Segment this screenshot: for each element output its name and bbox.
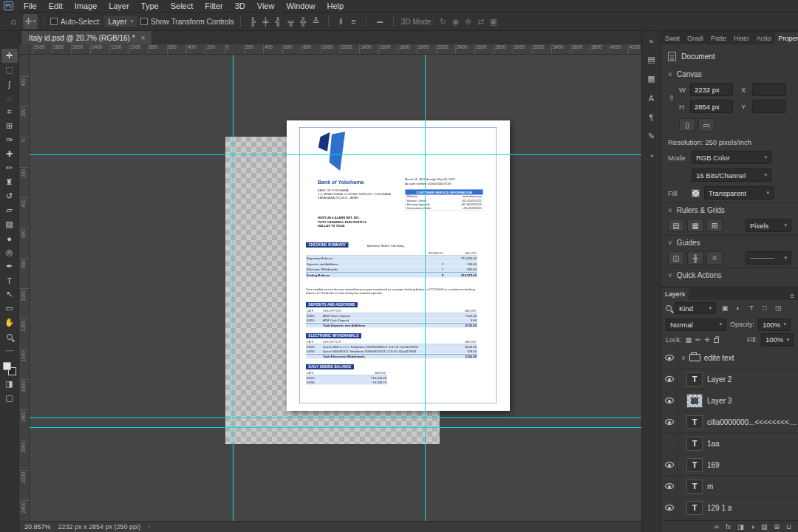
guides-section-header[interactable]: ∨ Guides xyxy=(668,239,791,247)
collapse-panels-icon[interactable]: « xyxy=(644,34,659,47)
document-tab[interactable]: Italy id.psd @ 20.7% (RGB/16) * × xyxy=(22,31,151,44)
delete-layer-icon[interactable]: ⊔ xyxy=(786,523,791,531)
panel-tab-swat[interactable]: Swat xyxy=(661,33,683,44)
lock-transparency-icon[interactable]: ▦ xyxy=(686,336,692,344)
layer-row[interactable]: Tm xyxy=(661,476,798,497)
menu-item-file[interactable]: File xyxy=(18,0,43,12)
brushes-panel-icon[interactable]: ✎ xyxy=(644,130,659,143)
lock-pixels-icon[interactable]: ✏ xyxy=(695,336,701,344)
hand-tool[interactable]: ✋ xyxy=(1,316,18,330)
layer-filter-kind-dropdown[interactable]: Kind ▾ xyxy=(675,302,716,314)
paragraph-panel-icon[interactable]: ¶ xyxy=(644,111,659,123)
quick-actions-section-header[interactable]: ∨ Quick Actions xyxy=(668,271,791,279)
canvas-section-header[interactable]: ∨ Canvas xyxy=(668,70,791,78)
guide-style-dropdown[interactable]: ———— ▾ xyxy=(746,251,791,265)
layer-row[interactable]: TLayer 2 xyxy=(661,369,798,390)
close-icon[interactable]: × xyxy=(141,34,146,42)
move-tool[interactable]: ✛ xyxy=(1,49,18,63)
layer-row[interactable]: Tcilla0000000...<<<<<<<<0 d xyxy=(661,412,798,433)
layer-fill-field[interactable]: 100% ▾ xyxy=(761,333,794,346)
color-panel-icon[interactable]: ▤ xyxy=(644,53,659,66)
align-bottom-icon[interactable]: ╩ xyxy=(310,15,322,28)
opacity-field[interactable]: 100% ▾ xyxy=(758,318,791,331)
align-center-h-icon[interactable]: ╪ xyxy=(259,15,272,28)
edit-toolbar-icon[interactable]: ⋯ xyxy=(1,344,18,358)
toggle-rulers-icon[interactable]: ▤ xyxy=(668,219,684,232)
menu-item-3d[interactable]: 3D xyxy=(229,0,251,12)
visibility-toggle[interactable] xyxy=(661,412,678,432)
eraser-tool[interactable]: ▱ xyxy=(1,203,18,217)
lock-position-icon[interactable]: ✛ xyxy=(705,336,711,344)
panel-menu-icon[interactable]: ≡ xyxy=(786,292,798,300)
pen-tool[interactable]: ✒ xyxy=(1,259,18,273)
path-selection-tool[interactable]: ↖ xyxy=(1,287,18,301)
menu-item-edit[interactable]: Edit xyxy=(43,0,69,12)
layer-row[interactable]: ∨edite text xyxy=(661,347,798,369)
distribute-vertical-icon[interactable]: ≡ xyxy=(347,15,360,28)
more-options-icon[interactable]: ••• xyxy=(372,14,387,29)
chevron-down-icon[interactable]: ∨ xyxy=(681,355,686,361)
panel-tab-actio[interactable]: Actio xyxy=(753,33,775,44)
tab-layers[interactable]: Layers xyxy=(661,288,689,300)
blur-tool[interactable]: ● xyxy=(1,231,18,245)
show-transform-checkbox[interactable]: Show Transform Controls xyxy=(140,18,234,26)
move-tool-preset-icon[interactable]: ✛▾ xyxy=(23,14,38,29)
layer-mask-icon[interactable]: ◨ xyxy=(737,523,744,531)
filter-pixel-layers-icon[interactable]: ▣ xyxy=(719,302,731,314)
zoom-tool[interactable] xyxy=(1,330,18,344)
lasso-tool[interactable]: ʃ xyxy=(1,77,18,91)
eyedropper-tool[interactable]: ✑ xyxy=(1,133,18,147)
crop-tool[interactable]: ⌗ xyxy=(1,105,18,119)
align-right-icon[interactable]: ╣ xyxy=(272,15,284,28)
quick-mask-icon[interactable]: ◨ xyxy=(1,377,18,391)
canvas[interactable]: Bank of Yokohama BANK OF YOKOHAMA1-1, MI… xyxy=(30,55,641,521)
panel-tab-patte[interactable]: Patte xyxy=(707,33,730,44)
marquee-tool[interactable]: ⬚ xyxy=(1,63,18,77)
rulers-grids-section-header[interactable]: ∨ Rulers & Grids xyxy=(668,206,791,214)
menu-item-window[interactable]: Window xyxy=(280,0,321,12)
layer-group-icon[interactable]: ▤ xyxy=(761,523,768,531)
menu-item-image[interactable]: Image xyxy=(69,0,103,12)
new-layer-icon[interactable]: ⊞ xyxy=(774,523,780,531)
guide-horizontal[interactable] xyxy=(30,154,641,155)
frame-tool[interactable]: ⊞ xyxy=(1,119,18,133)
panel-tab-histo[interactable]: Histo xyxy=(730,33,753,44)
panel-tab-properties[interactable]: Properties xyxy=(775,33,798,44)
bit-depth-dropdown[interactable]: 16 Bits/Channel ▾ xyxy=(692,168,771,182)
visibility-toggle[interactable] xyxy=(661,347,678,368)
dodge-tool[interactable]: ◎ xyxy=(1,245,18,259)
layer-row[interactable]: T129 1 a xyxy=(661,497,798,519)
foreground-color-swatch[interactable] xyxy=(3,362,11,370)
type-tool[interactable]: T xyxy=(1,273,18,287)
vertical-ruler[interactable]: 4002000200400600800100012001400160018002… xyxy=(19,55,30,521)
horizontal-ruler[interactable]: 2000180016001400120010008006004002000200… xyxy=(30,44,641,55)
ruler-origin-corner[interactable] xyxy=(19,44,30,55)
filter-smart-objects-icon[interactable]: ◳ xyxy=(772,302,784,314)
link-layers-icon[interactable]: ∞ xyxy=(715,523,719,531)
layer-row[interactable]: Layer 3 xyxy=(661,390,798,412)
zoom-level-field[interactable]: 20.857% xyxy=(24,523,51,531)
menu-item-select[interactable]: Select xyxy=(165,0,200,12)
menu-item-filter[interactable]: Filter xyxy=(199,0,228,12)
guide-layout-icon[interactable]: ╫ xyxy=(687,251,703,265)
character-panel-icon[interactable]: A xyxy=(644,92,659,104)
patterns-panel-icon[interactable]: ▦ xyxy=(644,72,659,85)
guide-horizontal[interactable] xyxy=(30,417,641,418)
link-dimensions-icon[interactable]: ∞ xyxy=(668,95,676,100)
color-mode-dropdown[interactable]: RGB Color ▾ xyxy=(692,151,771,164)
lock-guides-icon[interactable]: ⌗ xyxy=(706,251,723,265)
layer-row[interactable]: T1aa xyxy=(661,433,798,454)
height-field[interactable]: 2854 px xyxy=(690,100,733,113)
guide-horizontal[interactable] xyxy=(30,427,641,428)
menu-item-view[interactable]: View xyxy=(251,0,281,12)
clone-stamp-tool[interactable]: ♜ xyxy=(1,175,18,189)
guide-vertical[interactable] xyxy=(233,55,233,521)
filter-adjustment-layers-icon[interactable]: ◐ xyxy=(732,302,744,314)
layer-effects-icon[interactable]: fx xyxy=(726,523,731,531)
document-page[interactable]: Bank of Yokohama BANK OF YOKOHAMA1-1, MI… xyxy=(287,120,510,411)
auto-select-checkbox[interactable]: Auto-Select: xyxy=(50,18,100,26)
quick-selection-tool[interactable]: ◌ xyxy=(1,91,18,105)
align-middle-v-icon[interactable]: ╬ xyxy=(297,15,310,28)
screen-mode-icon[interactable]: ▢ xyxy=(1,391,18,405)
orientation-landscape-icon[interactable]: ▭ xyxy=(698,118,715,132)
